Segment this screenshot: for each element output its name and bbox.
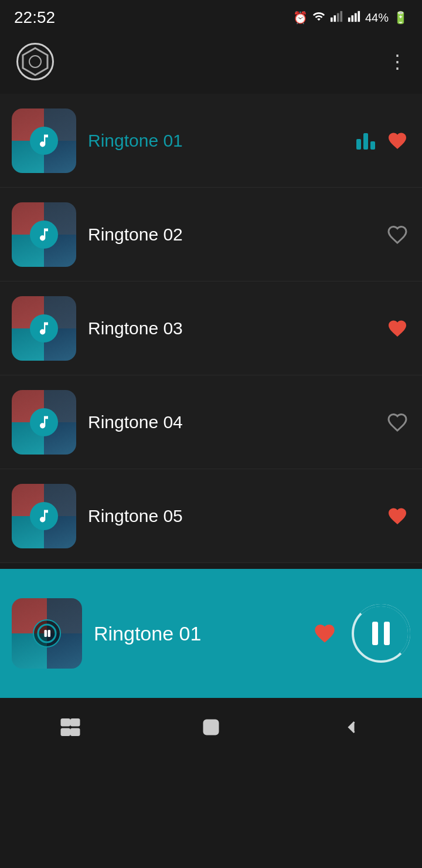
svg-rect-16 bbox=[72, 729, 80, 735]
list-item[interactable]: Ringtone 02 bbox=[0, 188, 422, 282]
music-note-icon bbox=[30, 221, 58, 249]
song-title-4: Ringtone 04 bbox=[88, 412, 183, 432]
svg-rect-7 bbox=[358, 11, 360, 21]
app-logo bbox=[16, 43, 54, 80]
status-bar: 22:52 ⏰ 44% 🔋 bbox=[0, 0, 422, 35]
music-note-icon bbox=[30, 314, 58, 343]
recent-apps-button[interactable] bbox=[47, 710, 94, 745]
song-actions-3 bbox=[384, 316, 410, 341]
pause-button[interactable] bbox=[352, 604, 410, 663]
equalizer-icon bbox=[356, 132, 375, 150]
svg-rect-12 bbox=[48, 630, 51, 637]
list-item[interactable]: Ringtone 05 bbox=[0, 469, 422, 563]
app-bar: ⋮ bbox=[0, 35, 422, 88]
song-list: Ringtone 01 Ringt bbox=[0, 88, 422, 569]
music-note-icon bbox=[30, 408, 58, 436]
svg-rect-11 bbox=[45, 630, 47, 637]
song-info-2: Ringtone 02 bbox=[76, 225, 384, 245]
svg-rect-6 bbox=[355, 13, 357, 22]
favorite-button-5[interactable] bbox=[384, 503, 410, 529]
svg-rect-17 bbox=[204, 720, 218, 734]
song-thumbnail-3 bbox=[12, 296, 76, 361]
alarm-icon: ⏰ bbox=[293, 11, 308, 25]
battery-text: 44% bbox=[365, 11, 389, 25]
song-title-5: Ringtone 05 bbox=[88, 506, 183, 525]
song-thumbnail-5 bbox=[12, 484, 76, 548]
favorite-button-1[interactable] bbox=[384, 128, 410, 154]
song-title-1: Ringtone 01 bbox=[88, 131, 183, 150]
svg-rect-13 bbox=[62, 720, 70, 726]
battery-icon: 🔋 bbox=[393, 11, 408, 25]
svg-rect-1 bbox=[333, 15, 336, 22]
home-button[interactable] bbox=[188, 710, 234, 745]
list-item[interactable]: Ringtone 01 bbox=[0, 94, 422, 188]
song-title-2: Ringtone 02 bbox=[88, 225, 183, 244]
now-playing-thumbnail bbox=[12, 598, 82, 669]
song-info-5: Ringtone 05 bbox=[76, 506, 384, 526]
signal-icon bbox=[330, 10, 343, 26]
song-thumbnail-4 bbox=[12, 390, 76, 455]
song-thumbnail-2 bbox=[12, 202, 76, 267]
song-actions-1 bbox=[356, 128, 410, 154]
now-playing-bar: Ringtone 01 bbox=[0, 569, 422, 698]
music-note-icon bbox=[30, 127, 58, 155]
favorite-button-3[interactable] bbox=[384, 316, 410, 341]
now-playing-favorite-button[interactable] bbox=[309, 618, 340, 649]
bottom-nav bbox=[0, 698, 422, 757]
play-overlay-icon bbox=[33, 619, 61, 647]
back-button[interactable] bbox=[328, 710, 375, 745]
favorite-button-4[interactable] bbox=[384, 409, 410, 435]
list-item[interactable]: Ringtone 03 bbox=[0, 282, 422, 375]
song-thumbnail-1 bbox=[12, 108, 76, 173]
status-icons: ⏰ 44% 🔋 bbox=[293, 10, 408, 26]
favorite-button-2[interactable] bbox=[384, 222, 410, 247]
svg-rect-15 bbox=[62, 729, 70, 735]
svg-point-9 bbox=[29, 56, 41, 67]
status-time: 22:52 bbox=[14, 8, 55, 27]
now-playing-title: Ringtone 01 bbox=[94, 622, 298, 645]
svg-rect-0 bbox=[331, 17, 333, 21]
song-info-3: Ringtone 03 bbox=[76, 318, 384, 338]
signal2-icon bbox=[348, 10, 360, 26]
song-info-1: Ringtone 01 bbox=[76, 131, 356, 151]
svg-rect-5 bbox=[351, 15, 353, 22]
song-title-3: Ringtone 03 bbox=[88, 318, 183, 338]
svg-rect-14 bbox=[72, 720, 80, 726]
svg-rect-2 bbox=[337, 13, 339, 22]
music-note-icon bbox=[30, 502, 58, 530]
wifi-icon bbox=[312, 10, 325, 26]
svg-rect-4 bbox=[348, 17, 350, 21]
song-info-4: Ringtone 04 bbox=[76, 412, 384, 432]
svg-marker-8 bbox=[23, 48, 47, 75]
svg-rect-3 bbox=[340, 11, 342, 21]
pause-icon bbox=[372, 622, 390, 645]
more-options-button[interactable]: ⋮ bbox=[388, 50, 406, 73]
song-actions-2 bbox=[384, 222, 410, 247]
song-actions-5 bbox=[384, 503, 410, 529]
song-actions-4 bbox=[384, 409, 410, 435]
list-item[interactable]: Ringtone 04 bbox=[0, 375, 422, 469]
